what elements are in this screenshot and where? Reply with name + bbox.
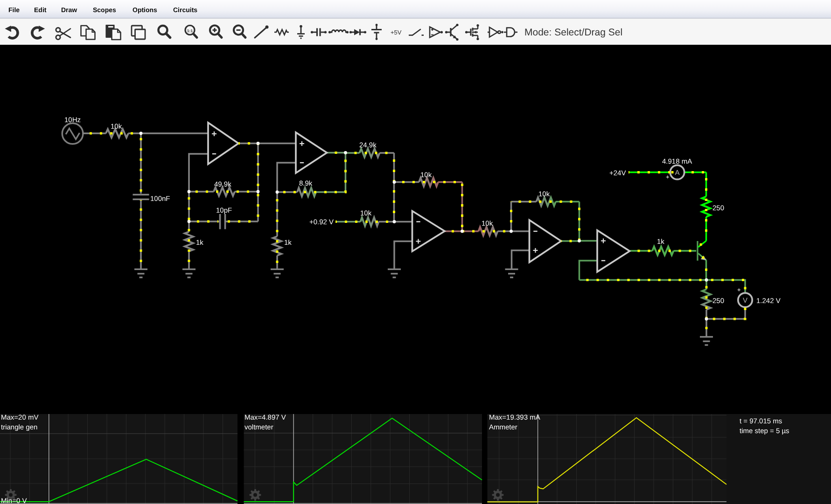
svg-text:+5V: +5V [391,29,402,36]
svg-text:1k: 1k [196,239,203,247]
svg-text:250: 250 [712,204,724,212]
svg-text:4.918 mA: 4.918 mA [662,158,692,166]
svg-text:+0.92 V: +0.92 V [309,218,334,226]
svg-text:+24V: +24V [609,169,626,177]
svg-text:250: 250 [712,297,724,305]
svg-text:t = 97.015 ms: t = 97.015 ms [740,417,782,425]
svg-text:10k: 10k [538,190,550,198]
svg-text:File: File [8,6,20,14]
svg-text:Ammeter: Ammeter [489,423,517,431]
svg-text:8.9k: 8.9k [299,180,313,187]
svg-text:Edit: Edit [34,6,47,14]
svg-text:V: V [743,297,747,304]
svg-text:1.242 V: 1.242 V [756,297,781,305]
svg-text:10k: 10k [420,171,432,179]
svg-text:Max=4.897 V: Max=4.897 V [244,414,286,421]
svg-text:Min=0 V: Min=0 V [1,497,27,504]
svg-text:Mode: Select/Drag Sel: Mode: Select/Drag Sel [524,27,622,38]
svg-text:1k: 1k [657,238,664,246]
svg-text:10k: 10k [360,209,372,217]
svg-text:10k: 10k [111,123,122,131]
svg-text:10pF: 10pF [216,207,232,214]
svg-text:Options: Options [133,6,157,14]
svg-text:triangle gen: triangle gen [1,423,37,431]
svg-text:Scopes: Scopes [93,6,116,14]
svg-text:100nF: 100nF [150,195,170,203]
svg-text:1:1: 1:1 [187,28,193,33]
svg-text:10Hz: 10Hz [64,116,81,124]
svg-text:+: + [666,173,670,180]
svg-text:Circuits: Circuits [173,6,197,14]
svg-text:49.9k: 49.9k [214,180,231,188]
svg-text:+: + [737,286,741,293]
svg-text:Draw: Draw [61,6,77,14]
svg-text:voltmeter: voltmeter [244,423,273,431]
svg-text:1k: 1k [284,239,292,247]
svg-text:A: A [675,169,679,177]
svg-text:Max=19.393 mA: Max=19.393 mA [489,414,540,421]
svg-text:Max=20 mV: Max=20 mV [1,414,38,421]
svg-text:time step = 5 µs: time step = 5 µs [740,427,789,435]
svg-text:10k: 10k [482,220,493,228]
svg-text:24.9k: 24.9k [359,141,377,149]
